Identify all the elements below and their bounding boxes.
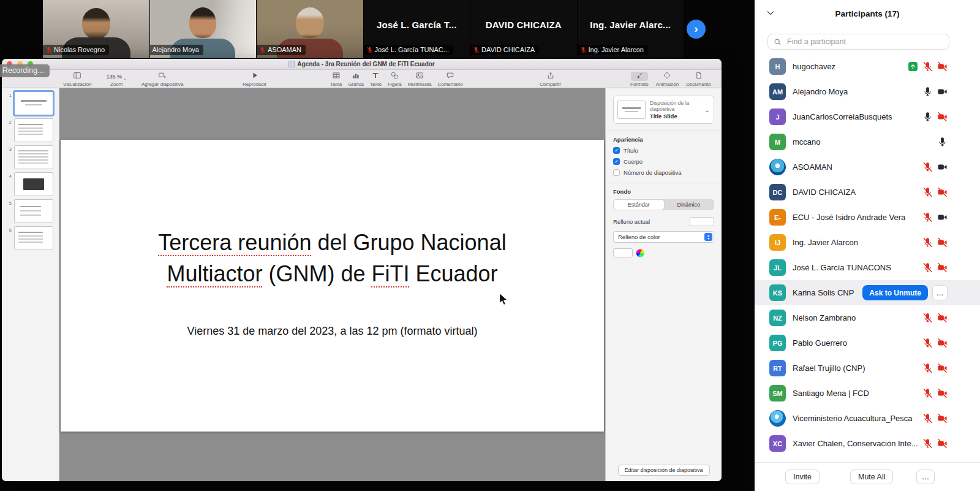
keynote-titlebar[interactable]: Agenda - 3ra Reunión del GNM de FiTI Ecu… <box>2 59 722 70</box>
video-tile-nameplate: José L. García TUNAC... <box>364 45 453 55</box>
participant-name-label: DAVID CHICAIZA <box>481 46 535 53</box>
search-input[interactable] <box>786 37 944 47</box>
cam-off-icon <box>937 112 948 122</box>
participant-row[interactable]: NZ Nelson Zambrano <box>755 305 980 330</box>
appearance-checkbox-list: ✓ Título ✓ Cuerpo Número de diapositiva <box>613 147 714 176</box>
participant-row[interactable]: XC Xavier Chalen, Conservación Inte... <box>755 431 980 456</box>
participant-row[interactable]: AM Alejandro Moya <box>755 79 980 104</box>
animate-icon <box>663 71 671 82</box>
participant-status <box>922 413 948 424</box>
participant-row[interactable]: SM Santiago Mena | FCD <box>755 381 980 406</box>
participant-row[interactable]: RT Rafael Trujillo (CNP) <box>755 356 980 381</box>
participant-status <box>937 137 948 147</box>
slide-subtitle[interactable]: Viernes 31 de marzo del 2023, a las 12 p… <box>61 325 604 338</box>
participant-more-button[interactable]: … <box>932 285 948 300</box>
toolbar-figura[interactable]: Figura <box>388 72 402 87</box>
format-icon <box>635 71 644 82</box>
segment-estandar[interactable]: Estándar <box>614 200 664 210</box>
slide-number: 4 <box>2 173 12 179</box>
slide-thumbnail[interactable] <box>14 118 53 142</box>
participants-panel-title: Participants (17) <box>755 0 980 27</box>
toolbar-documento[interactable]: Documento <box>686 72 711 87</box>
participant-row[interactable]: H hugochavez <box>755 54 980 79</box>
cam-on-icon <box>937 212 948 223</box>
fill-color-well[interactable] <box>613 248 633 257</box>
cam-off-icon <box>937 413 948 424</box>
fill-type-select[interactable]: Relleno de color <box>613 231 714 243</box>
collapse-panel-chevron-icon[interactable] <box>766 8 775 18</box>
participant-row[interactable]: IJ Ing. Javier Alarcon <box>755 230 980 255</box>
toolbar-agregar-diapositiva[interactable]: Agregar diapositiva <box>141 72 183 87</box>
avatar: JL <box>769 259 786 276</box>
slide-layout-selector[interactable]: Disposición de la diapositiva Title Slid… <box>613 96 714 124</box>
video-tile[interactable]: ASOAMAN <box>257 0 364 58</box>
slide-thumbnail[interactable] <box>14 91 53 115</box>
slide-thumbnail-row[interactable]: 4 <box>2 172 59 196</box>
invite-button[interactable]: Invite <box>785 470 820 484</box>
slide-title[interactable]: Tercera reunión del Grupo NacionalMultia… <box>61 227 604 289</box>
slide-thumbnail[interactable] <box>14 199 53 223</box>
video-tile[interactable]: Alejandro Moya <box>150 0 257 58</box>
panel-more-button[interactable]: … <box>916 470 935 484</box>
inspector-checkbox[interactable]: Número de diapositiva <box>613 169 714 176</box>
toolbar-grafica[interactable]: Gráfica <box>348 72 364 87</box>
toolbar-comentario[interactable]: Comentario <box>437 72 462 87</box>
participant-search[interactable] <box>767 34 949 50</box>
slide-thumbnail-row[interactable]: 1 <box>2 91 59 115</box>
color-wheel-icon[interactable] <box>636 249 644 257</box>
slide-thumbnail[interactable] <box>14 145 53 169</box>
participant-row[interactable]: M mccano <box>755 129 980 154</box>
cam-off-icon <box>937 388 948 398</box>
segment-dinamico[interactable]: Dinámico <box>664 200 714 210</box>
appearance-title: Apariencia <box>613 136 714 143</box>
edit-layout-button[interactable]: Editar disposición de diapositiva <box>617 465 709 476</box>
inspector-checkbox[interactable]: ✓ Título <box>613 147 714 154</box>
toolbar-animacion[interactable]: Animación <box>656 72 679 87</box>
video-tile[interactable]: Ing. Javier Alarc... Ing. Javier Alarcon <box>578 0 685 58</box>
current-fill-swatch[interactable] <box>690 217 714 226</box>
toolbar-compartir[interactable]: Compartir <box>540 72 561 87</box>
participant-row[interactable]: ASOAMAN <box>755 154 980 180</box>
participant-name: hugochavez <box>793 62 835 71</box>
slide-thumbnail-row[interactable]: 2 <box>2 118 59 142</box>
participants-panel: Participants (17) H hugochavez AM Alejan… <box>755 0 980 491</box>
slide-thumbnail-row[interactable]: 6 <box>2 226 59 250</box>
avatar <box>769 159 786 175</box>
video-tile[interactable]: DAVID CHICAIZA DAVID CHICAIZA <box>470 0 578 58</box>
video-tile[interactable]: José L. García T... José L. García TUNAC… <box>364 0 471 58</box>
slide-thumbnail-row[interactable]: 5 <box>2 199 59 223</box>
current-slide[interactable]: Tercera reunión del Grupo NacionalMultia… <box>61 140 604 432</box>
toolbar-texto[interactable]: Texto <box>370 72 382 87</box>
toolbar-zoom[interactable]: 135 % Zoom <box>107 72 127 87</box>
toolbar-visualizacion[interactable]: Visualización <box>63 72 92 87</box>
video-tile[interactable]: Nicolas Rovegno <box>43 0 150 58</box>
participant-row[interactable]: J JuanCarlosCorreiaBusquets <box>755 104 980 129</box>
toolbar-tabla[interactable]: Tabla <box>330 72 342 87</box>
keynote-document-icon <box>288 61 295 67</box>
toolbar-reproducir[interactable]: Reproducir <box>243 72 266 87</box>
participant-name: ECU - José Isidro Andrade Vera <box>793 213 905 222</box>
participant-row[interactable]: PG Pablo Guerrero <box>755 330 980 356</box>
toolbar-group: Visualización 135 % Zoom Agregar diaposi… <box>63 72 183 87</box>
slide-thumbnail[interactable] <box>14 226 53 250</box>
layout-thumbnail-icon <box>617 101 646 119</box>
chevron-right-icon <box>694 23 698 35</box>
toolbar-formato[interactable]: Formato <box>630 72 649 87</box>
current-fill-label: Relleno actual <box>613 218 650 225</box>
avatar: IJ <box>769 234 786 251</box>
mute-all-button[interactable]: Mute All <box>850 470 893 484</box>
avatar: AM <box>769 83 786 100</box>
participant-row[interactable]: Viceministerio Acuacultura_Pesca <box>755 406 980 431</box>
ask-to-unmute-button[interactable]: Ask to Unmute <box>862 285 928 300</box>
cam-on-icon <box>937 162 948 172</box>
slide-thumbnail-row[interactable]: 3 <box>2 145 59 169</box>
participant-row[interactable]: E- ECU - José Isidro Andrade Vera <box>755 205 980 230</box>
participant-row[interactable]: DC DAVID CHICAIZA <box>755 180 980 205</box>
participant-row[interactable]: KS Karina Solis CNP Ask to Unmute… <box>755 280 980 305</box>
participant-row[interactable]: JL José L. García TUNACONS <box>755 255 980 280</box>
gallery-next-button[interactable] <box>687 20 706 39</box>
toolbar-multimedia[interactable]: Multimedia <box>408 72 432 87</box>
participant-list: H hugochavez AM Alejandro Moya J JuanCar… <box>755 54 980 456</box>
slide-thumbnail[interactable] <box>14 172 53 196</box>
inspector-checkbox[interactable]: ✓ Cuerpo <box>613 158 714 165</box>
